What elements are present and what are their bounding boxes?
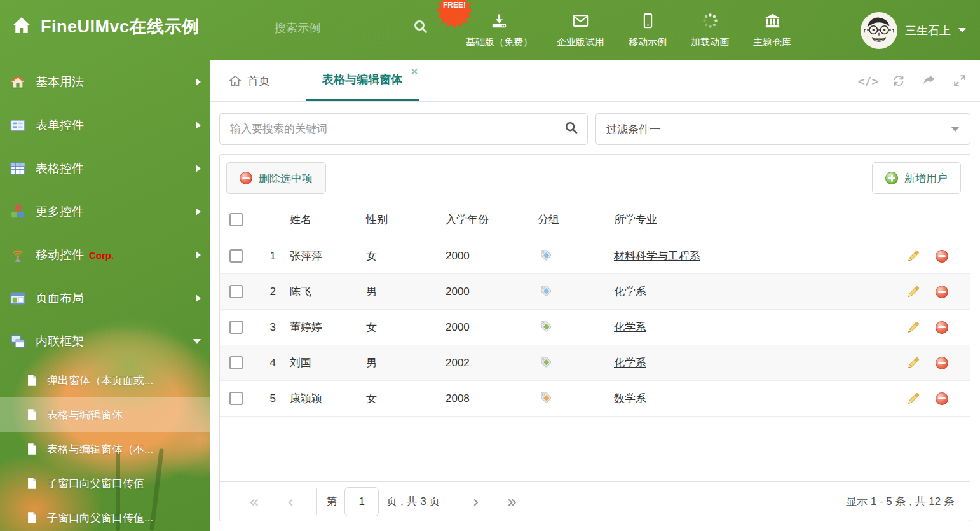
sidebar-subitem-4[interactable]: 子窗口向父窗口传值... bbox=[0, 500, 210, 531]
table-row: 3董婷婷女2000化学系 bbox=[220, 310, 970, 345]
app-window: FineUIMvc在线示例 FREE! 基础版（免费）企业版试用移动示例加载动画… bbox=[0, 0, 980, 531]
share-icon[interactable] bbox=[922, 73, 937, 88]
sidebar-item-1[interactable]: 表单控件 bbox=[0, 104, 210, 147]
brand[interactable]: FineUIMvc在线示例 bbox=[11, 15, 200, 38]
user-menu[interactable]: 三生石上 bbox=[861, 0, 966, 60]
edit-icon[interactable] bbox=[906, 356, 920, 370]
major-link[interactable]: 数学系 bbox=[614, 392, 646, 404]
sidebar-item-3[interactable]: 更多控件 bbox=[0, 190, 210, 233]
delete-icon[interactable] bbox=[936, 250, 948, 263]
row-checkbox[interactable] bbox=[229, 285, 243, 298]
tab-home[interactable]: 首页 bbox=[229, 60, 270, 101]
header-nav-item-0[interactable]: 基础版（免费） bbox=[466, 12, 533, 48]
last-page-button[interactable]: » bbox=[493, 493, 531, 510]
header-nav-item-4[interactable]: 主题仓库 bbox=[753, 12, 791, 48]
chevron-right-icon bbox=[196, 165, 201, 172]
username: 三生石上 bbox=[905, 23, 951, 38]
sidebar-item-label: 页面布局 bbox=[36, 290, 84, 307]
app-header: FineUIMvc在线示例 FREE! 基础版（免费）企业版试用移动示例加载动画… bbox=[0, 0, 980, 60]
close-icon[interactable]: × bbox=[411, 66, 418, 77]
major-link[interactable]: 化学系 bbox=[614, 286, 646, 298]
delete-selected-button[interactable]: 删除选中项 bbox=[226, 162, 326, 194]
add-user-button[interactable]: 新增用户 bbox=[872, 162, 961, 194]
select-all-checkbox[interactable] bbox=[229, 213, 243, 226]
chevron-down-icon bbox=[958, 28, 966, 32]
cell-name: 康颖颖 bbox=[290, 391, 366, 406]
home-colored-icon bbox=[10, 74, 25, 90]
tab-grid-edit-window[interactable]: 表格与编辑窗体 × bbox=[306, 60, 419, 101]
sidebar-subitem-label: 子窗口向父窗口传值 bbox=[47, 476, 144, 491]
edit-icon[interactable] bbox=[906, 249, 920, 263]
file-icon bbox=[25, 408, 38, 421]
expand-icon[interactable] bbox=[952, 73, 967, 88]
delete-icon[interactable] bbox=[936, 357, 948, 369]
cell-actions bbox=[887, 392, 970, 406]
keyword-search-box bbox=[219, 113, 588, 145]
keyword-search-input[interactable] bbox=[229, 122, 564, 136]
major-link[interactable]: 化学系 bbox=[614, 357, 646, 369]
edit-icon[interactable] bbox=[906, 321, 920, 334]
delete-icon[interactable] bbox=[936, 286, 948, 298]
header-nav-label: 加载动画 bbox=[691, 36, 729, 48]
cell-major: 材料科学与工程系 bbox=[614, 249, 887, 263]
sidebar-subitem-3[interactable]: 子窗口向父窗口传值 bbox=[0, 466, 210, 500]
row-checkbox[interactable] bbox=[229, 249, 243, 263]
view-source-icon[interactable]: </> bbox=[861, 73, 876, 88]
edit-icon[interactable] bbox=[906, 392, 920, 406]
minus-icon bbox=[240, 172, 252, 184]
cell-group bbox=[538, 389, 614, 408]
header-search-input[interactable] bbox=[273, 21, 371, 36]
delete-icon[interactable] bbox=[936, 321, 948, 334]
sidebar-item-5[interactable]: 页面布局 bbox=[0, 277, 210, 320]
row-checkbox[interactable] bbox=[229, 392, 243, 405]
cell-checkbox bbox=[220, 249, 252, 263]
file-icon bbox=[25, 477, 38, 490]
sidebar-item-4[interactable]: 移动控件Corp. bbox=[0, 233, 210, 277]
row-checkbox[interactable] bbox=[229, 321, 243, 334]
table-body: 1张萍萍女2000材料科学与工程系2陈飞男2000化学系3董婷婷女2000化学系… bbox=[220, 238, 970, 417]
sidebar-subitem-2[interactable]: 表格与编辑窗体（不... bbox=[0, 432, 210, 466]
next-page-button[interactable]: › bbox=[458, 493, 493, 510]
cell-checkbox bbox=[220, 321, 252, 334]
chevron-down-icon bbox=[193, 339, 201, 344]
column-header-gender: 性别 bbox=[366, 212, 446, 227]
delete-icon[interactable] bbox=[936, 392, 948, 405]
header-nav-item-3[interactable]: 加载动画 bbox=[691, 12, 729, 48]
cell-actions bbox=[887, 321, 970, 334]
header-nav-item-2[interactable]: 移动示例 bbox=[629, 12, 667, 48]
filter-dropdown-value: 过滤条件一 bbox=[606, 122, 660, 137]
header-nav-item-1[interactable]: 企业版试用 bbox=[557, 12, 604, 48]
first-page-button[interactable]: « bbox=[235, 493, 273, 510]
column-header-group: 分组 bbox=[538, 212, 614, 227]
major-link[interactable]: 材料科学与工程系 bbox=[614, 250, 700, 262]
row-checkbox[interactable] bbox=[229, 356, 243, 369]
delete-selected-label: 删除选中项 bbox=[259, 171, 313, 186]
cell-gender: 女 bbox=[366, 320, 446, 334]
sidebar-subitem-0[interactable]: 弹出窗体（本页面或... bbox=[0, 363, 210, 397]
tag-icon bbox=[538, 282, 553, 301]
sidebar-item-0[interactable]: 基本用法 bbox=[0, 60, 210, 104]
file-icon bbox=[25, 374, 38, 387]
cell-index: 3 bbox=[252, 321, 290, 334]
refresh-icon[interactable] bbox=[891, 73, 906, 88]
cell-gender: 女 bbox=[366, 249, 446, 263]
tag-icon bbox=[538, 318, 553, 336]
major-link[interactable]: 化学系 bbox=[614, 321, 646, 333]
mail-icon bbox=[572, 12, 589, 32]
search-icon[interactable] bbox=[413, 19, 428, 37]
home-icon bbox=[11, 15, 32, 38]
cell-index: 2 bbox=[252, 286, 290, 298]
search-icon[interactable] bbox=[564, 121, 578, 137]
sidebar-item-2[interactable]: 表格控件 bbox=[0, 147, 210, 190]
add-user-label: 新增用户 bbox=[904, 171, 948, 186]
sidebar-item-6[interactable]: 内联框架 bbox=[0, 320, 210, 363]
avatar[interactable] bbox=[861, 12, 897, 49]
prev-page-button[interactable]: ‹ bbox=[273, 493, 308, 510]
page-number-input[interactable] bbox=[344, 487, 379, 516]
grid-icon bbox=[10, 161, 25, 176]
sidebar-subitem-1[interactable]: 表格与编辑窗体 bbox=[0, 397, 210, 432]
table-header: 姓名 性别 入学年份 分组 所学专业 bbox=[220, 202, 970, 238]
filter-dropdown[interactable]: 过滤条件一 bbox=[595, 113, 970, 145]
edit-icon[interactable] bbox=[906, 285, 920, 299]
antenna-icon bbox=[10, 247, 25, 263]
